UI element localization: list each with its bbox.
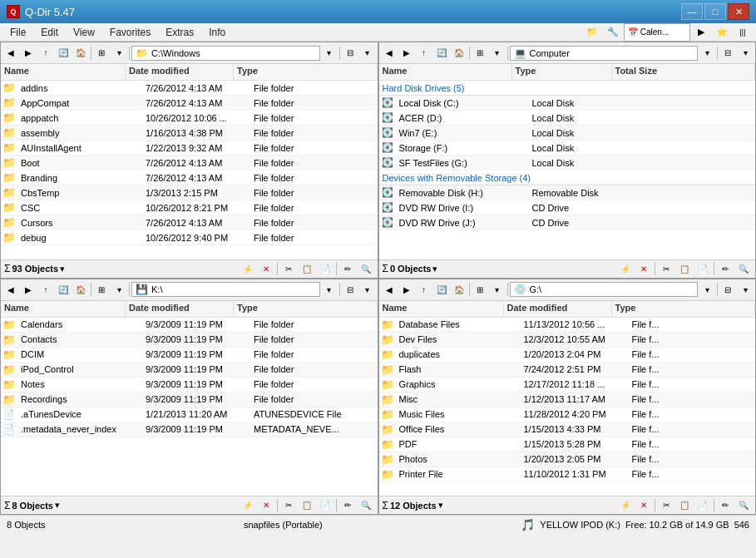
header-date-bl[interactable]: Date modified bbox=[126, 301, 234, 317]
maximize-button[interactable]: □ bbox=[704, 3, 726, 20]
pane-tl-copy[interactable]: 📋 bbox=[299, 261, 315, 276]
pane-br-layout[interactable]: ⊟ bbox=[719, 282, 736, 297]
pane-tl-paste[interactable]: 📄 bbox=[317, 261, 334, 276]
table-row[interactable]: 📁 AppCompat 7/26/2012 4:13 AM File folde… bbox=[1, 96, 378, 111]
pane-bl-addr-dropdown[interactable]: ▾ bbox=[321, 282, 338, 297]
menu-info[interactable]: Info bbox=[202, 25, 232, 40]
table-row[interactable]: 📁 Recordings 9/3/2009 11:19 PM File fold… bbox=[1, 393, 378, 407]
pane-br-view[interactable]: ⊞ bbox=[472, 282, 488, 297]
pane-br-view-dropdown[interactable]: ▾ bbox=[489, 282, 506, 297]
pane-bl-paste[interactable]: 📄 bbox=[317, 498, 334, 513]
pane-br-address[interactable]: 💿 G:\ bbox=[510, 282, 699, 297]
pane-tl-layout2[interactable]: ▾ bbox=[359, 46, 376, 61]
table-row[interactable]: 💽 Win7 (E:) Local Disk bbox=[379, 126, 756, 141]
pane-tl-addr-dropdown[interactable]: ▾ bbox=[321, 46, 338, 61]
table-row[interactable]: 📁 debug 10/26/2012 9:40 PM File folder bbox=[1, 230, 378, 245]
menu-edit[interactable]: Edit bbox=[34, 25, 65, 40]
pane-tl-bolt[interactable]: ⚡ bbox=[240, 261, 256, 276]
header-size-tr[interactable]: Total Size bbox=[612, 64, 756, 80]
pane-bl-home[interactable]: 🏠 bbox=[72, 282, 89, 297]
table-row[interactable]: 📁 Dev Files 12/3/2012 10:55 AM File f... bbox=[379, 333, 756, 348]
pane-tr-up[interactable]: ↑ bbox=[416, 46, 432, 61]
table-row[interactable]: 📄 .aTunesDevice 1/21/2013 11:20 AM ATUNE… bbox=[1, 407, 378, 422]
table-row[interactable]: 📄 .metadata_never_index 9/3/2009 11:19 P… bbox=[1, 422, 378, 437]
table-row[interactable]: 📁 Music Files 11/28/2012 4:20 PM File f.… bbox=[379, 407, 756, 422]
menu-favorites[interactable]: Favorites bbox=[103, 25, 157, 40]
table-row[interactable]: 📁 duplicates 1/20/2013 2:04 PM File f... bbox=[379, 348, 756, 363]
table-row[interactable]: 📁 addins 7/26/2012 4:13 AM File folder bbox=[1, 81, 378, 96]
table-row[interactable]: 💽 Storage (F:) Local Disk bbox=[379, 141, 756, 156]
table-row[interactable]: 📁 Office Files 1/15/2013 4:33 PM File f.… bbox=[379, 422, 756, 437]
pane-tr-bolt[interactable]: ⚡ bbox=[617, 261, 634, 276]
pane-br-edit[interactable]: ✏ bbox=[717, 498, 734, 513]
pane-bl-cut[interactable]: ✂ bbox=[280, 498, 297, 513]
table-row[interactable]: 📁 Photos 1/20/2013 2:05 PM File f... bbox=[379, 452, 756, 467]
pane-tl-home[interactable]: 🏠 bbox=[72, 46, 89, 61]
pane-tr-copy[interactable]: 📋 bbox=[676, 261, 693, 276]
pane-bl-view-dropdown[interactable]: ▾ bbox=[111, 282, 127, 297]
table-row[interactable]: 📁 Flash 7/24/2012 2:51 PM File f... bbox=[379, 363, 756, 378]
pane-br-search[interactable]: 🔍 bbox=[735, 498, 752, 513]
menu-view[interactable]: View bbox=[67, 25, 101, 40]
close-button[interactable]: ✕ bbox=[728, 3, 749, 20]
pane-tl-view[interactable]: ⊞ bbox=[93, 46, 110, 61]
table-row[interactable]: 📁 Boot 7/26/2012 4:13 AM File folder bbox=[1, 156, 378, 170]
header-type-bl[interactable]: Type bbox=[234, 301, 378, 317]
table-row[interactable]: 📁 Printer File 11/10/2012 1:31 PM File f… bbox=[379, 467, 756, 482]
table-row[interactable]: 📁 CbsTemp 1/3/2013 2:15 PM File folder bbox=[1, 185, 378, 200]
toolbar-btn-1[interactable]: 📁 bbox=[582, 23, 602, 42]
pane-br-up[interactable]: ↑ bbox=[416, 282, 432, 297]
pane-tr-paste[interactable]: 📄 bbox=[694, 261, 711, 276]
pane-br-home[interactable]: 🏠 bbox=[451, 282, 467, 297]
header-name-tr[interactable]: Name bbox=[379, 64, 512, 80]
header-date-br[interactable]: Date modified bbox=[504, 301, 612, 317]
pane-tl-edit[interactable]: ✏ bbox=[339, 261, 356, 276]
pane-tr-layout[interactable]: ⊟ bbox=[719, 46, 736, 61]
pane-tl-x[interactable]: ✕ bbox=[258, 261, 274, 276]
pane-tr-search[interactable]: 🔍 bbox=[735, 261, 752, 276]
pane-br-forward[interactable]: ▶ bbox=[398, 282, 415, 297]
pane-tl-search[interactable]: 🔍 bbox=[358, 261, 374, 276]
table-row[interactable]: 💽 Removable Disk (H:) Removable Disk bbox=[379, 185, 756, 200]
pane-tl-back[interactable]: ◀ bbox=[2, 46, 19, 61]
pane-tl-view-dropdown[interactable]: ▾ bbox=[111, 46, 127, 61]
header-type-tl[interactable]: Type bbox=[234, 64, 378, 80]
table-row[interactable]: 📁 Database Files 11/13/2012 10:56 ... Fi… bbox=[379, 318, 756, 333]
pane-br-addr-dropdown[interactable]: ▾ bbox=[699, 282, 715, 297]
pane-bl-view[interactable]: ⊞ bbox=[93, 282, 110, 297]
header-name-tl[interactable]: Name bbox=[1, 64, 126, 80]
table-row[interactable]: 📁 AUInstallAgent 1/22/2013 9:32 AM File … bbox=[1, 141, 378, 156]
minimize-button[interactable]: — bbox=[681, 3, 703, 20]
table-row[interactable]: 📁 Notes 9/3/2009 11:19 PM File folder bbox=[1, 378, 378, 393]
header-date-tl[interactable]: Date modified bbox=[126, 64, 234, 80]
table-row[interactable]: 💽 SF TestFiles (G:) Local Disk bbox=[379, 156, 756, 170]
toolbar-btn-3[interactable]: ▶ bbox=[691, 23, 711, 42]
pane-tl-forward[interactable]: ▶ bbox=[20, 46, 37, 61]
table-row[interactable]: 📁 assembly 1/16/2013 4:38 PM File folder bbox=[1, 126, 378, 141]
pane-tr-addr-dropdown[interactable]: ▾ bbox=[699, 46, 715, 61]
table-row[interactable]: 💽 ACER (D:) Local Disk bbox=[379, 111, 756, 126]
table-row[interactable]: 📁 apppatch 10/26/2012 10:06 ... File fol… bbox=[1, 111, 378, 126]
menu-extras[interactable]: Extras bbox=[159, 25, 200, 40]
table-row[interactable]: 📁 Contacts 9/3/2009 11:19 PM File folder bbox=[1, 333, 378, 348]
pane-bl-bolt[interactable]: ⚡ bbox=[240, 498, 256, 513]
pane-br-layout2[interactable]: ▾ bbox=[737, 282, 754, 297]
table-row[interactable]: 📁 CSC 10/26/2012 8:21 PM File folder bbox=[1, 200, 378, 215]
table-row[interactable]: 📁 Misc 1/12/2013 11:17 AM File f... bbox=[379, 393, 756, 407]
pane-bl-address[interactable]: 💾 K:\ bbox=[131, 282, 320, 297]
table-row[interactable]: 📁 Calendars 9/3/2009 11:19 PM File folde… bbox=[1, 318, 378, 333]
pane-tr-cut[interactable]: ✂ bbox=[658, 261, 674, 276]
pane-bl-layout2[interactable]: ▾ bbox=[359, 282, 376, 297]
table-row[interactable]: 📁 Cursors 7/26/2012 4:13 AM File folder bbox=[1, 215, 378, 230]
table-row[interactable]: 📁 Graphics 12/17/2012 11:18 ... File f..… bbox=[379, 378, 756, 393]
header-name-bl[interactable]: Name bbox=[1, 301, 126, 317]
pane-bl-layout[interactable]: ⊟ bbox=[342, 282, 358, 297]
pane-tr-address[interactable]: 💻 Computer bbox=[510, 46, 699, 61]
toolbar-btn-2[interactable]: 🔧 bbox=[603, 23, 623, 42]
pane-bl-refresh[interactable]: 🔄 bbox=[55, 282, 72, 297]
pane-br-x[interactable]: ✕ bbox=[635, 498, 652, 513]
pane-tl-cut[interactable]: ✂ bbox=[280, 261, 297, 276]
table-row[interactable]: 📁 iPod_Control 9/3/2009 11:19 PM File fo… bbox=[1, 363, 378, 378]
pane-br-paste[interactable]: 📄 bbox=[694, 498, 711, 513]
pane-br-bolt[interactable]: ⚡ bbox=[617, 498, 634, 513]
